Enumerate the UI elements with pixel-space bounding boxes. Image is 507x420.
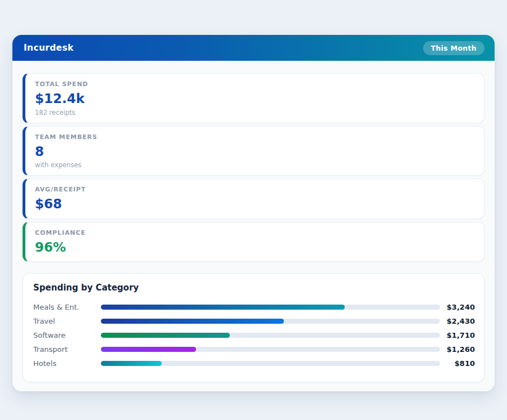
stat-sub: 182 receipts xyxy=(35,109,474,117)
stat-label: TEAM MEMBERS xyxy=(35,133,474,141)
category-label: Transport xyxy=(33,345,101,354)
expense-dashboard-card: Incurdesk This Month TOTAL SPEND $12.4k … xyxy=(12,35,495,391)
app-header: Incurdesk This Month xyxy=(12,35,495,61)
chart-row: Meals & Ent. $3,240 xyxy=(33,300,475,314)
page-background: Incurdesk This Month TOTAL SPEND $12.4k … xyxy=(0,0,507,420)
spending-chart-card: Spending by Category Meals & Ent. $3,240… xyxy=(23,273,484,382)
stat-value: 8 xyxy=(35,144,474,160)
category-value: $810 xyxy=(440,359,475,368)
bar-fill xyxy=(101,347,196,352)
bar-fill xyxy=(101,333,230,338)
bar-track xyxy=(101,305,440,310)
category-label: Hotels xyxy=(33,359,101,368)
chart-row: Hotels $810 xyxy=(33,356,475,370)
stat-value: $68 xyxy=(35,196,474,212)
bar-track xyxy=(101,361,440,366)
period-badge[interactable]: This Month xyxy=(423,41,484,55)
chart-row: Travel $2,430 xyxy=(33,314,475,328)
dashboard-content: TOTAL SPEND $12.4k 182 receipts TEAM MEM… xyxy=(12,61,495,391)
stat-sub: with expenses xyxy=(35,161,474,169)
stat-card: TEAM MEMBERS 8 with expenses xyxy=(23,126,484,176)
category-label: Travel xyxy=(33,317,101,325)
category-value: $2,430 xyxy=(440,317,475,325)
category-value: $1,260 xyxy=(440,345,475,354)
app-title: Incurdesk xyxy=(24,43,74,53)
chart-row: Software $1,710 xyxy=(33,328,475,342)
category-value: $3,240 xyxy=(440,303,475,311)
stat-value: $12.4k xyxy=(35,91,474,107)
stats-section: TOTAL SPEND $12.4k 182 receipts TEAM MEM… xyxy=(23,73,484,262)
category-value: $1,710 xyxy=(440,331,475,339)
bar-track xyxy=(101,319,440,324)
category-label: Software xyxy=(33,331,101,339)
stat-card: COMPLIANCE 96% xyxy=(23,222,484,262)
stat-label: TOTAL SPEND xyxy=(35,81,474,88)
chart-row: Transport $1,260 xyxy=(33,342,475,356)
chart-rows: Meals & Ent. $3,240 Travel $2,430 Softwa… xyxy=(33,300,475,370)
stat-card: TOTAL SPEND $12.4k 182 receipts xyxy=(23,73,484,123)
bar-track xyxy=(101,347,440,352)
category-label: Meals & Ent. xyxy=(33,303,101,311)
stat-label: AVG/RECEIPT xyxy=(35,186,474,193)
stat-card: AVG/RECEIPT $68 xyxy=(23,178,484,219)
bar-fill xyxy=(101,305,345,310)
bar-fill xyxy=(101,361,162,366)
chart-title: Spending by Category xyxy=(33,283,475,293)
stat-value: 96% xyxy=(35,240,474,256)
stat-label: COMPLIANCE xyxy=(35,229,474,236)
bar-track xyxy=(101,333,440,338)
bar-fill xyxy=(101,319,284,324)
